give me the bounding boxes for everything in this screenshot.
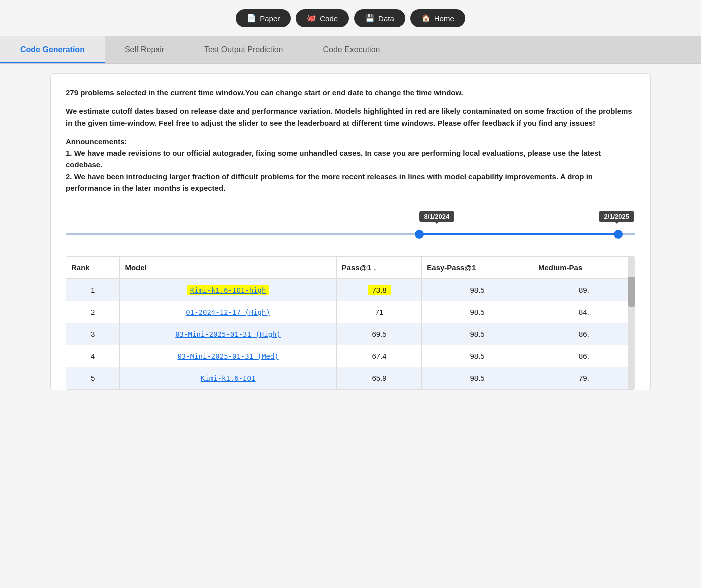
leaderboard-table: Rank Model Pass@1 ↓ Easy-Pass@1 Medium-P [66,257,635,389]
cell-easy-pass1: 98.5 [422,367,533,389]
cell-medium-pas: 84. [533,301,635,323]
paper-button[interactable]: 📄 Paper [236,9,291,27]
cell-easy-pass1: 98.5 [422,345,533,367]
cell-pass1: 69.5 [336,323,422,345]
cell-medium-pas: 79. [533,367,635,389]
main-content: 279 problems selected in the current tim… [50,73,651,390]
table-section: Rank Model Pass@1 ↓ Easy-Pass@1 Medium-P [66,256,635,390]
tabs-bar: Code Generation Self Repair Test Output … [0,36,701,64]
code-label: Code [320,14,338,23]
col-model[interactable]: Model [120,257,336,279]
slider-fill [419,233,618,235]
info-block: 279 problems selected in the current tim… [66,87,635,206]
code-button[interactable]: 🐙 Code [296,9,349,27]
col-medium-pas[interactable]: Medium-Pas [533,257,635,279]
table-row: 403-Mini-2025-01-31 (Med)67.498.586. [66,345,635,367]
cell-model[interactable]: 03-Mini-2025-01-31 (High) [120,323,336,345]
cell-medium-pas: 86. [533,345,635,367]
info-line2: We estimate cutoff dates based on releas… [66,107,632,127]
cell-rank: 4 [66,345,120,367]
table-wrapper: Rank Model Pass@1 ↓ Easy-Pass@1 Medium-P [66,257,635,389]
slider-label-right: 2/1/2025 [599,211,634,222]
home-label: Home [434,14,454,23]
tab-self-repair[interactable]: Self Repair [105,36,184,63]
tab-code-generation[interactable]: Code Generation [0,36,105,63]
cell-model[interactable]: Kimi-k1.6-IOI-high [120,279,336,301]
cell-pass1: 67.4 [336,345,422,367]
cell-pass1: 73.8 [336,279,422,301]
cell-rank: 2 [66,301,120,323]
slider-thumb-right[interactable] [614,230,623,239]
code-icon: 🐙 [307,14,316,23]
table-row: 5Kimi-k1.6-IOI65.998.579. [66,367,635,389]
table-row: 1Kimi-k1.6-IOI-high73.898.589. [66,279,635,301]
cell-model[interactable]: 03-Mini-2025-01-31 (Med) [120,345,336,367]
announcement1: 1. We have made revisions to our officia… [66,149,601,169]
home-button[interactable]: 🏠 Home [410,9,465,27]
col-easy-pass1[interactable]: Easy-Pass@1 [422,257,533,279]
slider-track[interactable] [66,233,635,235]
cell-model[interactable]: 01-2024-12-17 (High) [120,301,336,323]
data-button[interactable]: 💾 Data [354,9,405,27]
paper-label: Paper [260,14,280,23]
slider-row[interactable] [66,233,635,235]
top-nav: 📄 Paper 🐙 Code 💾 Data 🏠 Home [0,0,701,36]
announcement2: 2. We have been introducing larger fract… [66,172,593,192]
cell-easy-pass1: 98.5 [422,301,533,323]
scrollbar[interactable] [628,257,635,389]
announcements-label: Announcements: [66,137,127,146]
table-row: 201-2024-12-17 (High)7198.584. [66,301,635,323]
cell-rank: 3 [66,323,120,345]
tab-test-output-prediction[interactable]: Test Output Prediction [184,36,303,63]
cell-medium-pas: 89. [533,279,635,301]
cell-pass1: 71 [336,301,422,323]
col-rank[interactable]: Rank [66,257,120,279]
table-row: 303-Mini-2025-01-31 (High)69.598.586. [66,323,635,345]
cell-medium-pas: 86. [533,323,635,345]
info-line1: 279 problems selected in the current tim… [66,88,463,97]
cell-pass1: 65.9 [336,367,422,389]
slider-label-left: 8/1/2024 [419,211,455,222]
table-header-row: Rank Model Pass@1 ↓ Easy-Pass@1 Medium-P [66,257,635,279]
col-pass1[interactable]: Pass@1 ↓ [336,257,422,279]
cell-rank: 5 [66,367,120,389]
data-icon: 💾 [365,14,375,23]
cell-easy-pass1: 98.5 [422,279,533,301]
paper-icon: 📄 [247,14,256,23]
slider-labels: 8/1/2024 2/1/2025 [66,211,635,229]
cell-model[interactable]: Kimi-k1.6-IOI [120,367,336,389]
slider-section: 8/1/2024 2/1/2025 [66,206,635,245]
scroll-thumb[interactable] [628,277,635,307]
cell-rank: 1 [66,279,120,301]
cell-easy-pass1: 98.5 [422,323,533,345]
home-icon: 🏠 [421,14,431,23]
slider-thumb-left[interactable] [415,230,424,239]
tab-code-execution[interactable]: Code Execution [303,36,400,63]
data-label: Data [378,14,394,23]
